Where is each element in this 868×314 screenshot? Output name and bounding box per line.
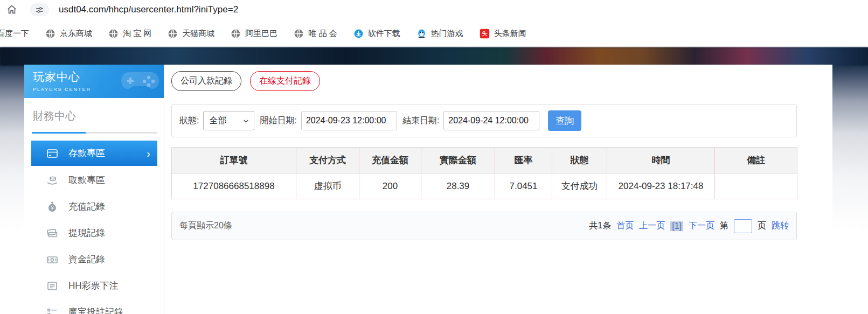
sidebar-item-6[interactable]: 魔宝投註記錄 — [24, 299, 164, 314]
column-header: 支付方式 — [296, 148, 359, 173]
first-page-link[interactable]: 首页 — [616, 220, 634, 232]
content-panel: 玩家中心 PLAYERS CENTER 財務中心 存款專區›取款專區¥充值記錄提… — [24, 65, 832, 314]
sidebar-item-0[interactable]: 存款專區› — [31, 141, 157, 166]
column-header: 狀態 — [552, 148, 607, 173]
table-row: 1727086668518898虚拟币20028.397.0451支付成功202… — [172, 173, 797, 199]
column-header: 實際金額 — [421, 148, 495, 173]
svg-text:头: 头 — [482, 30, 488, 37]
chevron-down-icon — [242, 117, 249, 124]
table-cell — [715, 173, 797, 199]
bookmark-item[interactable]: 软件下载 — [353, 29, 400, 39]
record-tabs: 公司入款記錄在線支付記錄 — [171, 71, 832, 91]
gamepad-icon — [120, 67, 161, 97]
column-header: 充值金額 — [359, 148, 421, 173]
bookmark-label: 软件下载 — [368, 29, 400, 39]
section-underline — [32, 132, 157, 134]
column-header: 匯率 — [495, 148, 552, 173]
site-settings-icon[interactable] — [30, 3, 49, 16]
next-page-link[interactable]: 下一页 — [689, 220, 714, 232]
table-cell: 支付成功 — [552, 173, 607, 199]
table-cell: 虚拟币 — [296, 173, 359, 199]
bookmark-item[interactable]: 唯 品 会 — [294, 29, 337, 39]
bookmark-label: 百度一下 — [0, 29, 29, 39]
total-count-text: 共1条 — [589, 220, 611, 232]
start-date-label: 開始日期: — [260, 115, 296, 127]
table-cell: 7.0451 — [495, 173, 552, 199]
hand-coins-icon — [46, 174, 59, 187]
column-header: 時間 — [607, 148, 715, 173]
sidebar-item-2[interactable]: ¥充值記錄 — [24, 193, 164, 220]
pagination-controls: 共1条 首页 上一页 [1] 下一页 第 页 跳转 — [589, 219, 789, 233]
start-date-input[interactable] — [301, 111, 397, 130]
sidebar-header: 玩家中心 PLAYERS CENTER — [24, 65, 164, 98]
sidebar-item-label: 提現記錄 — [68, 227, 105, 239]
bookmark-label: 唯 品 会 — [308, 29, 337, 39]
bookmark-item[interactable]: 百度一下 — [0, 29, 29, 39]
pagination-bar: 每頁顯示20條 共1条 首页 上一页 [1] 下一页 第 页 跳转 — [171, 212, 797, 240]
bank-card-icon — [46, 147, 59, 160]
svg-text:¥: ¥ — [51, 205, 54, 210]
finance-section-title: 財務中心 — [33, 109, 164, 123]
sidebar-item-3[interactable]: 提現記錄 — [24, 220, 164, 246]
records-table: 訂單號支付方式充值金額實際金額匯率狀態時間備註 1727086668518898… — [171, 147, 797, 199]
globe-icon — [231, 29, 241, 39]
sidebar-item-4[interactable]: 資金記錄 — [24, 246, 164, 273]
bookmark-label: 天猫商城 — [182, 29, 214, 39]
search-button[interactable]: 查詢 — [548, 110, 581, 131]
bookmark-item[interactable]: 京东商城 — [45, 29, 92, 39]
bookmark-item[interactable]: 天猫商城 — [168, 29, 214, 39]
sidebar-item-label: 取款專區 — [68, 174, 105, 186]
browser-toolbar: usdt04.com/hhcp/usercenter.html?iniType=… — [0, 0, 868, 19]
tab-0[interactable]: 公司入款記錄 — [171, 71, 241, 91]
bookmark-item[interactable]: 阿里巴巴 — [231, 29, 277, 39]
sidebar-menu: 存款專區›取款專區¥充值記錄提現記錄資金記錄HH彩票下注魔宝投註記錄 — [24, 141, 164, 314]
chevron-right-icon: › — [147, 148, 150, 159]
sidebar-item-label: 充值記錄 — [68, 200, 105, 213]
banknotes-icon — [46, 227, 59, 240]
globe-icon — [108, 29, 119, 39]
sidebar-item-label: 魔宝投註記錄 — [68, 306, 123, 314]
bookmarks-bar: 百度一下京东商城淘 宝 网天猫商城阿里巴巴唯 品 会软件下载热门游戏头头条新闻 — [0, 19, 868, 47]
sidebar-item-5[interactable]: HH彩票下注 — [24, 273, 164, 299]
page-size-text: 每頁顯示20條 — [179, 220, 232, 232]
prev-page-link[interactable]: 上一页 — [639, 220, 665, 232]
globe-icon — [294, 29, 304, 39]
bookmark-label: 淘 宝 网 — [123, 29, 151, 39]
download-icon — [353, 29, 364, 39]
jump-suffix-text: 页 — [758, 220, 766, 232]
sidebar: 玩家中心 PLAYERS CENTER 財務中心 存款專區›取款專區¥充值記錄提… — [24, 65, 164, 314]
sidebar-item-1[interactable]: 取款專區 — [24, 167, 164, 193]
address-bar[interactable]: usdt04.com/hhcp/usercenter.html?iniType=… — [59, 4, 238, 15]
sidebar-item-label: HH彩票下注 — [68, 280, 119, 292]
globe-icon — [45, 29, 55, 39]
tab-1[interactable]: 在線支付記錄 — [250, 71, 320, 91]
bookmark-item[interactable]: 头头条新闻 — [480, 29, 526, 39]
end-date-input[interactable] — [443, 111, 539, 130]
news-icon: 头 — [480, 29, 490, 39]
page-jump-input[interactable] — [734, 219, 752, 233]
bookmark-item[interactable]: 热门游戏 — [416, 29, 463, 39]
table-cell: 2024-09-23 18:17:48 — [607, 173, 715, 199]
main-content: 公司入款記錄在線支付記錄 狀態: 全部 開始日期: 結束日期: 查詢 訂單號支付… — [165, 65, 832, 314]
home-icon[interactable] — [5, 3, 18, 16]
filter-bar: 狀態: 全部 開始日期: 結束日期: 查詢 — [171, 104, 797, 137]
table-header-row: 訂單號支付方式充值金額實際金額匯率狀態時間備註 — [172, 148, 797, 173]
status-select[interactable]: 全部 — [203, 111, 254, 130]
globe-icon — [168, 29, 178, 39]
jump-button[interactable]: 跳转 — [772, 220, 789, 232]
table-body: 1727086668518898虚拟币20028.397.0451支付成功202… — [172, 173, 797, 199]
ticket-list-icon — [46, 280, 59, 292]
site-banner-image — [0, 47, 868, 66]
jump-prefix-text: 第 — [720, 220, 728, 232]
column-header: 訂單號 — [172, 148, 296, 173]
bookmark-label: 阿里巴巴 — [245, 29, 277, 39]
column-header: 備註 — [715, 148, 797, 173]
bookmark-item[interactable]: 淘 宝 网 — [108, 29, 151, 39]
status-select-value: 全部 — [209, 115, 226, 127]
bookmark-label: 热门游戏 — [431, 29, 463, 39]
table-cell: 28.39 — [421, 173, 495, 199]
table-cell: 1727086668518898 — [172, 173, 296, 199]
sidebar-item-label: 存款專區 — [68, 147, 105, 159]
bookmark-label: 京东商城 — [60, 29, 92, 39]
current-page-indicator: [1] — [670, 221, 683, 231]
